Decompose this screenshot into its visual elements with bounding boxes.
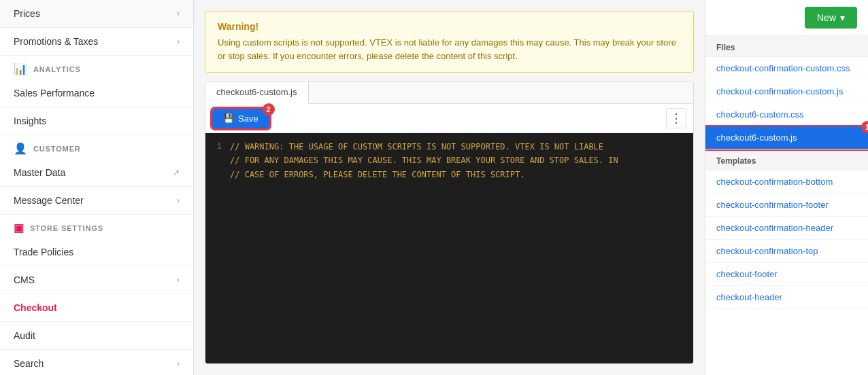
right-panel-header: New ▾	[705, 0, 868, 36]
chevron-icon: ›	[177, 196, 180, 205]
code-editor[interactable]: 1 // WARNING: THE USAGE OF CUSTOM SCRIPT…	[205, 133, 693, 363]
sidebar-item-message-center[interactable]: Message Center ›	[0, 187, 193, 215]
chevron-icon: ›	[177, 275, 180, 285]
template-link[interactable]: checkout-confirmation-header	[716, 223, 833, 233]
new-button-label: New	[817, 12, 836, 23]
save-button-wrap: 💾 Save 2	[212, 109, 269, 128]
template-item-checkout-confirmation-footer[interactable]: checkout-confirmation-footer	[705, 194, 868, 217]
editor-toolbar: 💾 Save 2 ⋮	[205, 104, 693, 133]
analytics-icon: 📊	[14, 62, 28, 75]
customer-section-label: CUSTOMER	[33, 145, 81, 153]
right-panel: New ▾ Files checkout-confirmation-custom…	[705, 0, 868, 375]
sidebar-item-promotions-label: Promotions & Taxes	[14, 36, 98, 47]
code-content[interactable]: // WARNING: THE USAGE OF CUSTOM SCRIPTS …	[230, 140, 693, 357]
tab-checkout6-custom-js[interactable]: checkout6-custom.js	[205, 82, 309, 104]
template-item-checkout-footer[interactable]: checkout-footer	[705, 263, 868, 286]
template-item-checkout-header[interactable]: checkout-header	[705, 286, 868, 309]
templates-section-label: Templates	[705, 149, 868, 171]
sidebar-item-trade-policies-label: Trade Policies	[14, 247, 73, 257]
content-area: Warning! Using custom scripts is not sup…	[194, 0, 868, 375]
analytics-section: 📊 ANALYTICS	[0, 56, 193, 79]
template-link[interactable]: checkout-confirmation-bottom	[716, 177, 833, 187]
save-badge: 2	[263, 103, 275, 115]
save-button-outline: 💾 Save 2	[212, 109, 269, 128]
sidebar-item-trade-policies[interactable]: Trade Policies	[0, 238, 193, 266]
sidebar-item-prices[interactable]: Prices ›	[0, 0, 193, 28]
template-item-checkout-confirmation-bottom[interactable]: checkout-confirmation-bottom	[705, 171, 868, 194]
warning-text: Using custom scripts is not supported. V…	[218, 36, 681, 62]
editor-panel: Warning! Using custom scripts is not sup…	[194, 0, 705, 375]
file-link: checkout-confirmation-custom.js	[716, 86, 843, 96]
sidebar-item-cms-label: CMS	[14, 274, 35, 285]
tab-label: checkout6-custom.js	[216, 87, 297, 97]
sidebar-item-insights[interactable]: Insights	[0, 107, 193, 135]
template-link[interactable]: checkout-confirmation-footer	[716, 200, 829, 210]
sidebar-item-master-data[interactable]: Master Data ↗	[0, 159, 193, 187]
chevron-icon: ›	[177, 9, 180, 18]
sidebar-item-cms[interactable]: CMS ›	[0, 266, 193, 294]
file-item-checkout-confirmation-custom-js[interactable]: checkout-confirmation-custom.js	[705, 80, 868, 103]
file-link: checkout-confirmation-custom.css	[716, 63, 850, 73]
file-link: checkout6-custom.css	[716, 109, 804, 120]
save-icon: 💾	[223, 113, 234, 124]
analytics-section-label: ANALYTICS	[33, 65, 81, 73]
sidebar-item-sales-performance-label: Sales Performance	[14, 88, 95, 99]
sidebar-item-audit[interactable]: Audit	[0, 322, 193, 350]
template-item-checkout-confirmation-top[interactable]: checkout-confirmation-top	[705, 240, 868, 263]
new-button[interactable]: New ▾	[805, 7, 857, 29]
sidebar-item-checkout-label: Checkout	[14, 302, 57, 313]
file-item-checkout-confirmation-custom-css[interactable]: checkout-confirmation-custom.css	[705, 57, 868, 80]
store-settings-icon: ▣	[14, 221, 24, 234]
file-list: checkout-confirmation-custom.css checkou…	[705, 57, 868, 149]
template-link[interactable]: checkout-confirmation-top	[716, 246, 818, 256]
sidebar-item-checkout[interactable]: Checkout	[0, 294, 193, 322]
sidebar-item-search[interactable]: Search ›	[0, 350, 193, 375]
dropdown-arrow-icon: ▾	[840, 12, 845, 23]
sidebar-item-search-label: Search	[14, 358, 44, 369]
files-section-label: Files	[705, 36, 868, 57]
sidebar-item-prices-label: Prices	[14, 8, 40, 19]
sidebar-item-message-center-label: Message Center	[14, 195, 84, 206]
save-button[interactable]: 💾 Save	[212, 109, 269, 128]
customer-icon: 👤	[14, 142, 28, 155]
main-content: Warning! Using custom scripts is not sup…	[194, 0, 868, 375]
file-badge: 1	[861, 121, 868, 133]
customer-section: 👤 CUSTOMER	[0, 135, 193, 159]
chevron-icon: ›	[177, 37, 180, 46]
external-link-icon: ↗	[173, 168, 180, 177]
sidebar-item-insights-label: Insights	[14, 115, 46, 126]
sidebar: Prices › Promotions & Taxes › 📊 ANALYTIC…	[0, 0, 194, 375]
tab-bar: checkout6-custom.js	[205, 82, 693, 104]
sidebar-item-promotions[interactable]: Promotions & Taxes ›	[0, 28, 193, 56]
chevron-icon: ›	[177, 359, 180, 368]
store-settings-section-label: STORE SETTINGS	[30, 224, 103, 232]
file-item-checkout6-custom-css[interactable]: checkout6-custom.css	[705, 103, 868, 126]
sidebar-item-audit-label: Audit	[14, 330, 35, 341]
template-item-checkout-confirmation-header[interactable]: checkout-confirmation-header	[705, 217, 868, 240]
line-numbers: 1	[205, 140, 230, 357]
warning-box: Warning! Using custom scripts is not sup…	[205, 11, 694, 73]
editor-container: checkout6-custom.js 💾 Save 2	[205, 81, 694, 364]
warning-title: Warning!	[218, 21, 681, 32]
line-number-1: 1	[214, 140, 222, 154]
file-link: checkout6-custom.js	[716, 132, 797, 143]
template-link[interactable]: checkout-header	[716, 292, 782, 302]
template-link[interactable]: checkout-footer	[716, 269, 778, 279]
save-button-label: Save	[238, 113, 258, 124]
sidebar-item-master-data-label: Master Data	[14, 167, 65, 178]
more-options-button[interactable]: ⋮	[666, 108, 686, 128]
template-list: checkout-confirmation-bottom checkout-co…	[705, 171, 868, 309]
file-item-checkout6-custom-js[interactable]: checkout6-custom.js 1	[705, 126, 868, 149]
store-settings-section: ▣ STORE SETTINGS	[0, 215, 193, 238]
sidebar-item-sales-performance[interactable]: Sales Performance	[0, 79, 193, 107]
